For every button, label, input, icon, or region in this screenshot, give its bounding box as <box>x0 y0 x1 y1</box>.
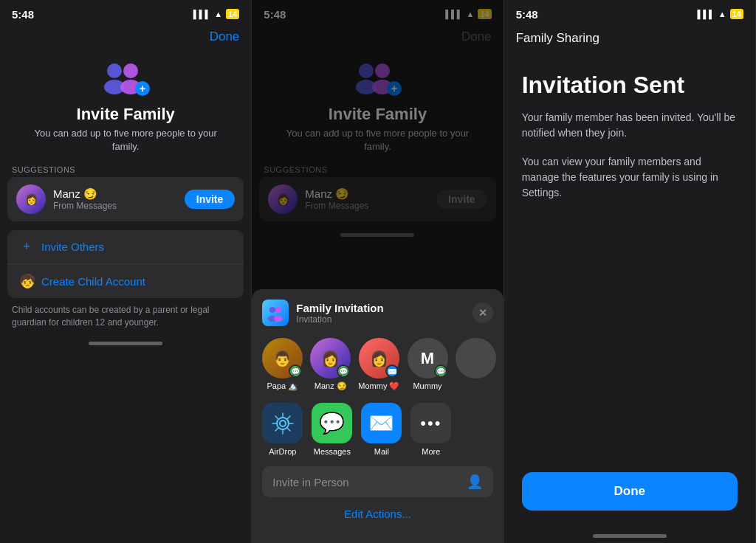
mail-label: Mail <box>374 447 389 456</box>
contact-badge-mommy: ✉️ <box>385 364 399 378</box>
contact-img-more <box>456 338 496 378</box>
messages-icon: 💬 <box>312 403 352 443</box>
panel1-header: Done <box>0 27 251 50</box>
home-bar-1 <box>89 342 162 345</box>
status-bar-1: 5:48 ▌▌▌ ▲ 14 <box>0 0 251 27</box>
suggestion-card-1: 👩 Manz 😏 From Messages Invite <box>7 177 244 221</box>
sent-desc-1: Your family member has been invited. You… <box>522 110 738 141</box>
contact-scroll: 👨 💬 Papa 🏔️ 👩 💬 Manz 😏 👩 ✉️ Mommy ❤️ <box>252 333 503 398</box>
create-child-label: Create Child Account <box>41 275 145 288</box>
share-sheet-subtitle: Invitation <box>296 314 472 325</box>
home-indicator-1 <box>0 336 251 351</box>
edit-actions-area: Edit Actions... <box>252 500 503 528</box>
suggestion-avatar-1: 👩 <box>16 184 46 214</box>
airdrop-label: AirDrop <box>269 447 296 456</box>
contact-avatar-papa: 👨 💬 <box>262 338 303 378</box>
contact-badge-mummy: 💬 <box>434 364 447 378</box>
invite-button-1[interactable]: Invite <box>185 190 236 209</box>
invite-person-label: Invite in Person <box>272 476 466 488</box>
svg-text:+: + <box>140 83 145 94</box>
svg-point-12 <box>269 307 275 313</box>
family-sharing-icon-1: + <box>100 58 151 99</box>
child-note-1: Child accounts can be created by a paren… <box>0 300 251 333</box>
done-button-1[interactable]: Done <box>210 30 240 44</box>
status-icons-3: ▌▌▌ ▲ 14 <box>697 9 743 19</box>
panel3-nav-title: Family Sharing <box>516 30 743 52</box>
share-sheet-header: Family Invitation Invitation ✕ <box>252 300 503 333</box>
airdrop-share-button[interactable]: AirDrop <box>262 403 303 456</box>
svg-point-15 <box>274 316 283 322</box>
wifi-icon-3: ▲ <box>718 10 726 18</box>
battery-icon: 14 <box>226 9 239 19</box>
status-icons-1: ▌▌▌ ▲ 14 <box>193 9 240 19</box>
svg-point-0 <box>107 63 122 78</box>
options-card-1: + Invite Others 🧒 Create Child Account <box>7 230 244 298</box>
home-indicator-3 <box>504 528 755 543</box>
home-bar-3 <box>593 534 667 538</box>
suggestions-label-1: SUGGESTIONS <box>0 161 251 177</box>
signal-icon-3: ▌▌▌ <box>697 10 714 18</box>
svg-point-17 <box>280 421 286 426</box>
panel3-content: Invitation Sent Your family member has b… <box>504 58 755 525</box>
done-button-3[interactable]: Done <box>522 472 738 511</box>
invitation-sent-title: Invitation Sent <box>522 72 738 98</box>
contact-manz[interactable]: 👩 💬 Manz 😏 <box>310 338 351 391</box>
contact-name-mummy: Mummy <box>413 381 441 390</box>
person-badge-icon: 👤 <box>467 474 483 490</box>
create-child-option[interactable]: 🧒 Create Child Account <box>7 264 244 298</box>
status-bar-3: 5:48 ▌▌▌ ▲ 14 <box>504 0 755 27</box>
family-mini-icon <box>267 304 284 322</box>
contact-avatar-more <box>456 338 496 378</box>
more-icon: ••• <box>410 403 451 443</box>
invite-subtitle-1: You can add up to five more people to yo… <box>0 125 251 161</box>
wifi-icon: ▲ <box>214 10 222 18</box>
status-time-3: 5:48 <box>516 8 538 21</box>
airdrop-icon <box>262 403 303 443</box>
battery-icon-3: 14 <box>730 9 743 19</box>
contact-avatar-mummy: M 💬 <box>408 338 448 378</box>
contact-name-mommy: Mommy ❤️ <box>358 381 399 391</box>
share-title-group: Family Invitation Invitation <box>289 302 472 325</box>
suggestion-name-1: Manz 😏 <box>53 187 177 201</box>
messages-label: Messages <box>314 447 351 456</box>
svg-point-13 <box>275 307 281 313</box>
more-label: More <box>422 447 440 456</box>
mail-glyph: ✉️ <box>368 411 394 435</box>
contact-name-papa: Papa 🏔️ <box>267 381 298 391</box>
plus-icon: + <box>19 239 34 255</box>
messages-glyph: 💬 <box>319 411 345 435</box>
contact-avatar-manz: 👩 💬 <box>310 338 351 378</box>
more-glyph: ••• <box>420 414 441 433</box>
mail-share-button[interactable]: ✉️ Mail <box>361 403 402 456</box>
contact-badge-manz: 💬 <box>337 364 350 378</box>
contact-avatar-mommy: 👩 ✉️ <box>359 338 399 378</box>
airdrop-svg <box>272 412 294 435</box>
invite-title-1: Invite Family <box>0 102 251 125</box>
invite-others-label: Invite Others <box>41 241 104 253</box>
contact-mommy[interactable]: 👩 ✉️ Mommy ❤️ <box>358 338 399 391</box>
contact-papa[interactable]: 👨 💬 Papa 🏔️ <box>262 338 303 391</box>
edit-actions-link[interactable]: Edit Actions... <box>344 508 411 520</box>
contact-more-contacts[interactable] <box>456 338 496 391</box>
close-share-sheet-button[interactable]: ✕ <box>472 302 493 323</box>
suggestion-source-1: From Messages <box>53 201 177 211</box>
contact-mummy[interactable]: M 💬 Mummy <box>408 338 448 391</box>
invite-in-person-button[interactable]: Invite in Person 👤 <box>262 466 492 497</box>
share-sheet-title: Family Invitation <box>296 302 472 314</box>
messages-share-button[interactable]: 💬 Messages <box>312 403 352 456</box>
share-app-icon <box>262 300 289 326</box>
suggestion-info-1: Manz 😏 From Messages <box>53 187 177 211</box>
panel-share-sheet: 5:48 ▌▌▌ ▲ 14 Done + Invite Family You c… <box>252 0 504 543</box>
more-share-button[interactable]: ••• More <box>410 403 451 456</box>
svg-point-2 <box>123 63 138 78</box>
share-sheet: Family Invitation Invitation ✕ 👨 💬 Papa … <box>252 289 503 543</box>
invite-others-option[interactable]: + Invite Others <box>7 230 244 264</box>
panel3-header: Family Sharing <box>504 27 755 58</box>
status-time-1: 5:48 <box>12 8 34 21</box>
sent-desc-2: You can view your family members and man… <box>522 154 738 201</box>
contact-name-manz: Manz 😏 <box>315 381 347 391</box>
mail-icon: ✉️ <box>361 403 402 443</box>
family-icon-area-1: + <box>0 50 251 102</box>
panel-invite-family: 5:48 ▌▌▌ ▲ 14 Done + Invite Family You c… <box>0 0 252 543</box>
share-apps: AirDrop 💬 Messages ✉️ Mail ••• More <box>252 398 503 463</box>
